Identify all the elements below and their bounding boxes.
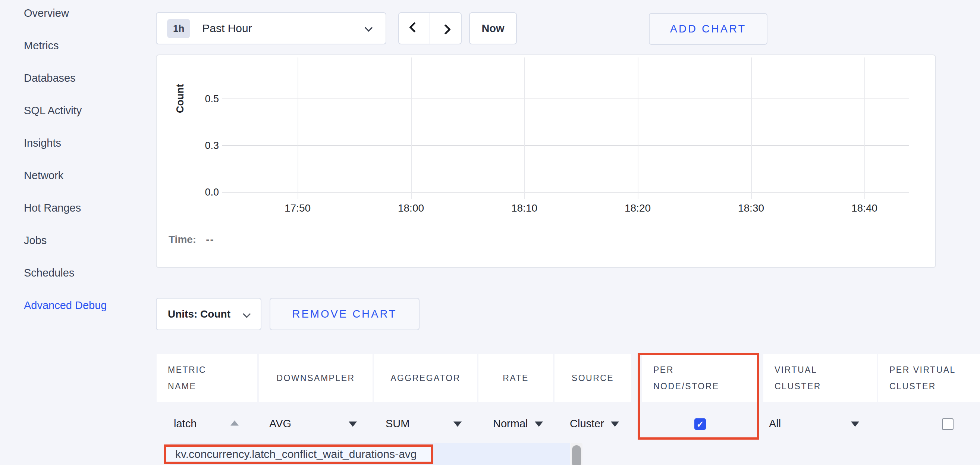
x-tick-label: 18:10	[511, 202, 537, 214]
sidebar-item-metrics[interactable]: Metrics	[24, 40, 59, 52]
chevron-down-icon	[365, 24, 372, 32]
time-readout-value: --	[206, 233, 215, 245]
chevron-down-icon	[243, 310, 251, 318]
remove-chart-button[interactable]: REMOVE CHART	[270, 298, 420, 330]
column-header-downsampler: DOWNSAMPLER	[259, 354, 372, 402]
sidebar-item-overview[interactable]: Overview	[24, 7, 69, 19]
time-readout-label: Time:	[169, 233, 196, 245]
sidebar-item-databases[interactable]: Databases	[24, 72, 76, 84]
triangle-down-icon[interactable]	[348, 421, 357, 427]
chevron-left-icon	[409, 22, 420, 32]
triangle-down-icon[interactable]	[851, 421, 859, 427]
y-tick-label: 0.0	[189, 187, 219, 198]
metric-suggestion-item[interactable]: kv.concurrency.latch_conflict_wait_durat…	[175, 448, 417, 460]
units-dropdown[interactable]: Units: Count	[156, 298, 261, 330]
sidebar-item-schedules[interactable]: Schedules	[24, 267, 74, 279]
metric-name-input[interactable]	[170, 414, 229, 434]
chevron-right-icon	[440, 24, 450, 35]
virtual-cluster-select[interactable]: All	[769, 418, 781, 430]
x-gridline	[524, 58, 525, 199]
x-gridline	[411, 58, 412, 199]
scrollbar[interactable]	[571, 443, 582, 465]
column-header-per-node-store: PER NODE/STORE	[642, 354, 758, 402]
advanced-debug-custom-chart-page: OverviewMetricsDatabasesSQL ActivityInsi…	[0, 0, 980, 465]
scrollbar-thumb[interactable]	[572, 445, 581, 465]
time-range-label: Past Hour	[202, 22, 252, 35]
sidebar-item-advanced-debug[interactable]: Advanced Debug	[24, 299, 107, 312]
time-range-badge: 1h	[167, 19, 190, 38]
column-header-per-virtual-cluster: PER VIRTUAL CLUSTER	[878, 354, 980, 402]
x-tick-label: 18:40	[851, 202, 877, 214]
column-header-metric-name: METRIC NAME	[157, 354, 257, 402]
sidebar: OverviewMetricsDatabasesSQL ActivityInsi…	[0, 0, 142, 465]
sidebar-item-jobs[interactable]: Jobs	[24, 234, 47, 247]
per-virtual-cluster-checkbox[interactable]	[942, 419, 953, 430]
y-tick-label: 0.3	[189, 140, 219, 152]
next-range-button[interactable]	[430, 12, 462, 45]
x-tick-label: 17:50	[285, 202, 311, 214]
triangle-up-icon[interactable]	[231, 420, 239, 426]
x-gridline	[864, 58, 865, 199]
custom-chart[interactable]: Count 0.00.30.517:5018:0018:1018:2018:30…	[156, 54, 936, 268]
sidebar-item-sql-activity[interactable]: SQL Activity	[24, 104, 82, 117]
y-tick-label: 0.5	[189, 93, 219, 105]
now-button[interactable]: Now	[469, 12, 517, 45]
aggregator-select[interactable]: SUM	[386, 418, 409, 430]
triangle-down-icon[interactable]	[453, 421, 462, 427]
x-tick-label: 18:00	[398, 202, 424, 214]
prev-range-button[interactable]	[398, 12, 430, 45]
x-gridline	[298, 58, 298, 199]
rate-select[interactable]: Normal	[493, 418, 528, 430]
time-range-selector[interactable]: 1h Past Hour	[156, 12, 387, 45]
x-gridline	[751, 58, 752, 199]
per-node-store-checkbox[interactable]: ✓	[694, 419, 706, 430]
column-header-source: SOURCE	[555, 354, 631, 402]
sidebar-item-insights[interactable]: Insights	[24, 137, 61, 149]
add-chart-button[interactable]: ADD CHART	[649, 13, 767, 45]
y-axis-label: Count	[175, 84, 186, 113]
units-dropdown-label: Units: Count	[168, 308, 231, 320]
x-tick-label: 18:30	[738, 202, 764, 214]
x-tick-label: 18:20	[625, 202, 651, 214]
column-header-aggregator: AGGREGATOR	[374, 354, 477, 402]
sidebar-item-hot-ranges[interactable]: Hot Ranges	[24, 202, 81, 214]
triangle-down-icon[interactable]	[611, 421, 619, 427]
time-readout: Time:--	[169, 233, 215, 246]
sidebar-item-network[interactable]: Network	[24, 169, 64, 182]
y-gridline	[222, 99, 909, 99]
y-gridline	[222, 192, 909, 193]
checkmark-icon: ✓	[696, 419, 704, 430]
y-gridline	[222, 145, 909, 146]
column-header-virtual-cluster: VIRTUAL CLUSTER	[763, 354, 877, 402]
downsampler-select[interactable]: AVG	[269, 418, 291, 430]
source-select[interactable]: Cluster	[570, 418, 604, 430]
x-gridline	[638, 58, 638, 199]
triangle-down-icon[interactable]	[535, 421, 543, 427]
column-header-rate: RATE	[479, 354, 553, 402]
